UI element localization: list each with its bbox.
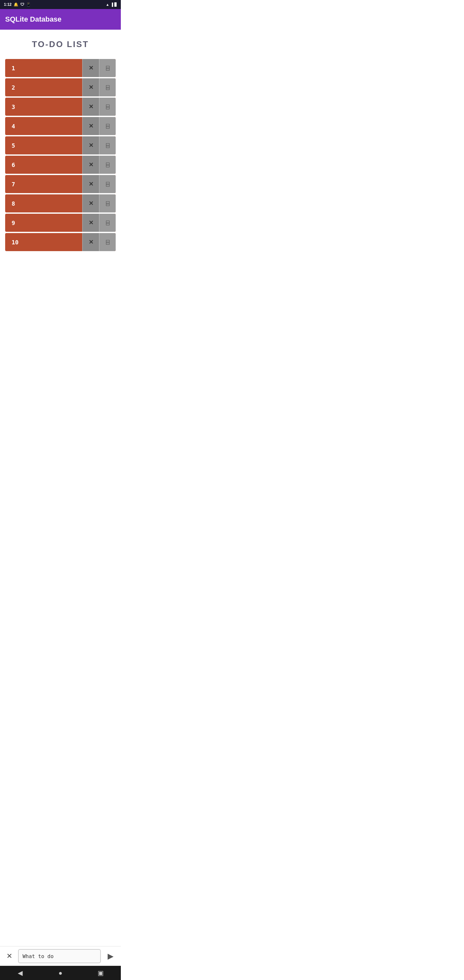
todo-item: 1✕⌸ (5, 59, 116, 77)
x-icon: ✕ (89, 219, 94, 226)
delete-item-button[interactable]: ✕ (82, 136, 99, 154)
todo-item-actions: ✕⌸ (82, 117, 116, 135)
bookmark-icon: ⌸ (106, 181, 110, 188)
todo-item-number: 10 (5, 239, 82, 246)
x-icon: ✕ (89, 123, 94, 130)
main-content: TO-DO LIST 1✕⌸2✕⌸3✕⌸4✕⌸5✕⌸6✕⌸7✕⌸8✕⌸9✕⌸10… (0, 30, 121, 277)
todo-item-number: 5 (5, 142, 82, 149)
bookmark-icon: ⌸ (106, 162, 110, 168)
edit-item-button[interactable]: ⌸ (99, 156, 116, 174)
battery-icon: ▊ (114, 3, 117, 7)
edit-item-button[interactable]: ⌸ (99, 194, 116, 212)
todo-item-number: 9 (5, 220, 82, 226)
todo-item-actions: ✕⌸ (82, 214, 116, 232)
todo-item-actions: ✕⌸ (82, 98, 116, 116)
todo-item-number: 6 (5, 162, 82, 168)
status-bar-left: 1:12 🔔 🛡 📱 (4, 2, 31, 7)
todo-item: 8✕⌸ (5, 194, 116, 212)
page-title: TO-DO LIST (32, 39, 89, 49)
x-icon: ✕ (89, 181, 94, 188)
x-icon: ✕ (89, 64, 94, 72)
todo-item: 9✕⌸ (5, 214, 116, 232)
delete-item-button[interactable]: ✕ (82, 214, 99, 232)
todo-item: 6✕⌸ (5, 156, 116, 174)
delete-item-button[interactable]: ✕ (82, 117, 99, 135)
bookmark-icon: ⌸ (106, 239, 110, 246)
todo-item-number: 4 (5, 123, 82, 130)
edit-item-button[interactable]: ⌸ (99, 214, 116, 232)
todo-item-actions: ✕⌸ (82, 136, 116, 154)
todo-item-actions: ✕⌸ (82, 156, 116, 174)
todo-item-number: 7 (5, 181, 82, 188)
notification-icon-3: 📱 (26, 2, 31, 7)
todo-item-number: 2 (5, 84, 82, 91)
delete-item-button[interactable]: ✕ (82, 59, 99, 77)
todo-item-actions: ✕⌸ (82, 78, 116, 96)
status-bar: 1:12 🔔 🛡 📱 ▲ ▐ ▊ (0, 0, 121, 9)
todo-item-actions: ✕⌸ (82, 233, 116, 251)
wifi-icon: ▲ (106, 3, 109, 6)
delete-item-button[interactable]: ✕ (82, 156, 99, 174)
edit-item-button[interactable]: ⌸ (99, 98, 116, 116)
bookmark-icon: ⌸ (106, 142, 110, 149)
x-icon: ✕ (89, 142, 94, 149)
signal-icon: ▐ (111, 3, 113, 6)
delete-item-button[interactable]: ✕ (82, 98, 99, 116)
x-icon: ✕ (89, 103, 94, 110)
bookmark-icon: ⌸ (106, 123, 110, 130)
app-bar: SQLite Database (0, 9, 121, 30)
edit-item-button[interactable]: ⌸ (99, 117, 116, 135)
bookmark-icon: ⌸ (106, 65, 110, 72)
bookmark-icon: ⌸ (106, 84, 110, 91)
delete-item-button[interactable]: ✕ (82, 175, 99, 193)
todo-item: 5✕⌸ (5, 136, 116, 154)
todo-item: 7✕⌸ (5, 175, 116, 193)
status-bar-right: ▲ ▐ ▊ (106, 3, 117, 7)
app-bar-title: SQLite Database (5, 15, 62, 24)
todo-item-actions: ✕⌸ (82, 59, 116, 77)
bookmark-icon: ⌸ (106, 220, 110, 226)
edit-item-button[interactable]: ⌸ (99, 78, 116, 96)
x-icon: ✕ (89, 84, 94, 91)
notification-icon-1: 🔔 (14, 2, 18, 7)
status-time: 1:12 (4, 2, 11, 7)
todo-item-number: 3 (5, 103, 82, 110)
bookmark-icon: ⌸ (106, 103, 110, 110)
edit-item-button[interactable]: ⌸ (99, 136, 116, 154)
todo-item-actions: ✕⌸ (82, 194, 116, 212)
todo-item-number: 1 (5, 65, 82, 72)
edit-item-button[interactable]: ⌸ (99, 233, 116, 251)
edit-item-button[interactable]: ⌸ (99, 59, 116, 77)
x-icon: ✕ (89, 200, 94, 207)
todo-list: 1✕⌸2✕⌸3✕⌸4✕⌸5✕⌸6✕⌸7✕⌸8✕⌸9✕⌸10✕⌸ (5, 59, 116, 251)
delete-item-button[interactable]: ✕ (82, 78, 99, 96)
todo-item-actions: ✕⌸ (82, 175, 116, 193)
todo-item-number: 8 (5, 200, 82, 207)
delete-item-button[interactable]: ✕ (82, 233, 99, 251)
bookmark-icon: ⌸ (106, 200, 110, 207)
edit-item-button[interactable]: ⌸ (99, 175, 116, 193)
todo-item: 4✕⌸ (5, 117, 116, 135)
todo-item: 2✕⌸ (5, 78, 116, 96)
x-icon: ✕ (89, 161, 94, 168)
todo-item: 3✕⌸ (5, 98, 116, 116)
delete-item-button[interactable]: ✕ (82, 194, 99, 212)
x-icon: ✕ (89, 239, 94, 246)
notification-icon-2: 🛡 (20, 2, 24, 7)
todo-item: 10✕⌸ (5, 233, 116, 251)
